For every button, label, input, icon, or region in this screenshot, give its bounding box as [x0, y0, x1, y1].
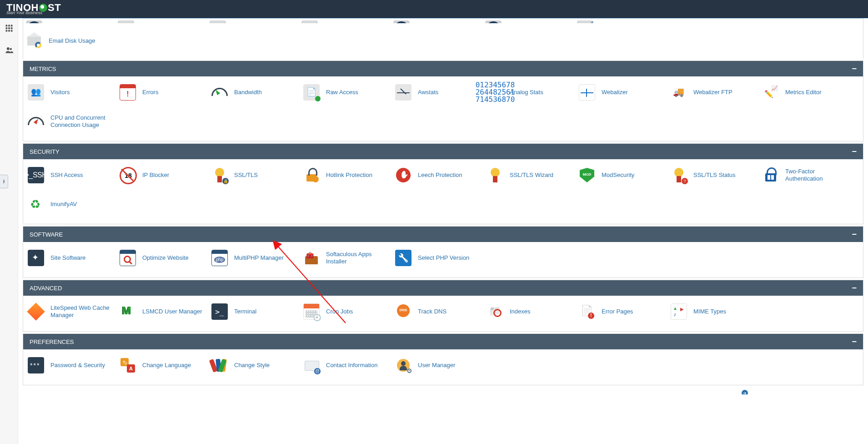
- collapse-icon[interactable]: −: [852, 337, 857, 347]
- svg-point-10: [10, 48, 12, 50]
- item-contact-info[interactable]: Contact Information: [301, 356, 392, 375]
- item-label: Metrics Editor: [785, 89, 826, 96]
- errors-icon: [120, 84, 136, 101]
- main-content: Email Disk Usage METRICS − Visitors Erro…: [18, 18, 868, 394]
- raw-access-icon: [303, 84, 320, 101]
- section-header-metrics[interactable]: METRICS −: [23, 61, 863, 76]
- section-title: PREFERENCES: [30, 338, 74, 345]
- item-error-pages[interactable]: Error Pages: [576, 302, 668, 321]
- cropped-icon: [301, 20, 318, 23]
- email-disk-usage-icon: [26, 33, 42, 49]
- cropped-icon: [485, 20, 502, 23]
- item-imunifyav[interactable]: ImunifyAV: [25, 195, 117, 214]
- awstats-icon: [395, 84, 411, 101]
- item-email-disk-usage[interactable]: Email Disk Usage: [23, 31, 115, 50]
- section-header-security[interactable]: SECURITY −: [23, 144, 863, 159]
- item-optimize-website[interactable]: Optimize Website: [117, 248, 209, 267]
- item-metrics-editor[interactable]: Metrics Editor: [760, 83, 852, 102]
- item-awstats[interactable]: Awstats: [392, 83, 484, 102]
- brand-logo[interactable]: TINOHST Start Your Business: [6, 3, 61, 15]
- section-software: SOFTWARE − Site Software Optimize Websit…: [23, 226, 863, 278]
- item-ip-blocker[interactable]: IP Blocker: [117, 166, 209, 185]
- item-lsmcd[interactable]: LSMCD User Manager: [117, 302, 209, 321]
- item-label: MIME Types: [693, 308, 731, 315]
- item-label: Two-Factor Authentication: [785, 168, 852, 182]
- item-label: Password & Security: [50, 362, 110, 369]
- item-label: User Manager: [418, 362, 460, 369]
- section-header-software[interactable]: SOFTWARE −: [23, 227, 863, 242]
- collapse-icon[interactable]: −: [852, 64, 857, 74]
- item-label: LiteSpeed Web Cache Manager: [50, 304, 117, 318]
- item-cpu-concurrent[interactable]: CPU and Concurrent Connection Usage: [25, 112, 117, 131]
- item-visitors[interactable]: Visitors: [25, 83, 117, 102]
- item-webalizer[interactable]: Webalizer: [576, 83, 668, 102]
- section-title: SECURITY: [30, 148, 60, 155]
- collapse-icon[interactable]: −: [852, 230, 857, 239]
- item-select-php[interactable]: Select PHP Version: [392, 248, 484, 267]
- section-body-email-partial: Email Disk Usage: [23, 18, 863, 59]
- collapse-icon[interactable]: −: [852, 283, 857, 293]
- webalizer-ftp-icon: [671, 84, 687, 101]
- item-multiphp-manager[interactable]: MultiPHP Manager: [209, 248, 301, 267]
- item-user-manager[interactable]: User Manager: [392, 356, 484, 375]
- item-indexes[interactable]: Indexes: [484, 302, 576, 321]
- track-dns-icon: [395, 303, 411, 320]
- side-drawer-handle[interactable]: [0, 175, 8, 188]
- item-webalizer-ftp[interactable]: Webalizer FTP: [668, 83, 760, 102]
- cron-icon: [303, 303, 320, 320]
- item-ssl-status[interactable]: ?SSL/TLS Status: [668, 166, 760, 185]
- sidebar-apps-grid[interactable]: [3, 22, 15, 35]
- item-mime[interactable]: ▲MIME Types: [668, 302, 760, 321]
- item-site-software[interactable]: Site Software: [25, 248, 117, 267]
- item-label: Email Disk Usage: [49, 37, 100, 45]
- item-label: SSH Access: [50, 172, 88, 179]
- item-raw-access[interactable]: Raw Access: [301, 83, 392, 102]
- item-change-style[interactable]: Change Style: [209, 356, 301, 375]
- item-modsecurity[interactable]: ModSecurity: [576, 166, 668, 185]
- collapse-icon[interactable]: −: [852, 147, 857, 156]
- ssl-status-icon: ?: [671, 167, 687, 183]
- multiphp-icon: [211, 250, 228, 266]
- item-label: SSL/TLS Wizard: [510, 172, 558, 179]
- svg-rect-6: [5, 30, 7, 32]
- item-analog-stats[interactable]: 012345678 264482561 714536870Analog Stat…: [484, 83, 576, 102]
- item-label: Raw Access: [326, 89, 363, 96]
- item-label: SSL/TLS: [234, 172, 262, 179]
- item-hotlink[interactable]: Hotlink Protection: [301, 166, 392, 185]
- section-advanced: ADVANCED − LiteSpeed Web Cache Manager L…: [23, 280, 863, 332]
- item-password-security[interactable]: Password & Security: [25, 356, 117, 375]
- item-softaculous[interactable]: Softaculous Apps Installer: [301, 248, 392, 267]
- item-two-factor[interactable]: Two-Factor Authentication: [760, 166, 852, 185]
- item-ssh-access[interactable]: SSH Access: [25, 166, 117, 185]
- item-label: Indexes: [510, 308, 535, 315]
- sidebar-users[interactable]: [3, 44, 15, 56]
- item-track-dns[interactable]: Track DNS: [392, 302, 484, 321]
- style-icon: [211, 357, 228, 373]
- brand-tagline: Start Your Business: [6, 11, 61, 15]
- indexes-icon: [487, 303, 503, 320]
- language-icon: [120, 357, 136, 373]
- analog-stats-icon: 012345678 264482561 714536870: [487, 84, 503, 101]
- item-label: Softaculous Apps Installer: [326, 251, 392, 265]
- section-header-preferences[interactable]: PREFERENCES −: [23, 334, 863, 349]
- item-cron[interactable]: Cron Jobs: [301, 302, 392, 321]
- item-leech[interactable]: Leech Protection: [392, 166, 484, 185]
- item-change-language[interactable]: Change Language: [117, 356, 209, 375]
- bandwidth-icon: [211, 84, 228, 101]
- svg-point-9: [6, 47, 9, 50]
- item-terminal[interactable]: Terminal: [209, 302, 301, 321]
- item-ssl-wizard[interactable]: ➔SSL/TLS Wizard: [484, 166, 576, 185]
- item-errors[interactable]: Errors: [117, 83, 209, 102]
- item-bandwidth[interactable]: Bandwidth: [209, 83, 301, 102]
- item-ssl-tls[interactable]: 🔒SSL/TLS: [209, 166, 301, 185]
- item-label: Select PHP Version: [418, 254, 474, 262]
- logo-o-icon: [39, 4, 47, 12]
- item-label: Cron Jobs: [326, 308, 357, 315]
- item-label: Bandwidth: [234, 89, 266, 96]
- item-label: ModSecurity: [602, 172, 639, 179]
- item-litespeed[interactable]: LiteSpeed Web Cache Manager: [25, 302, 117, 321]
- visitors-icon: [28, 84, 44, 101]
- optimize-website-icon: [120, 250, 136, 266]
- two-factor-icon: [763, 167, 779, 183]
- section-header-advanced[interactable]: ADVANCED −: [23, 280, 863, 296]
